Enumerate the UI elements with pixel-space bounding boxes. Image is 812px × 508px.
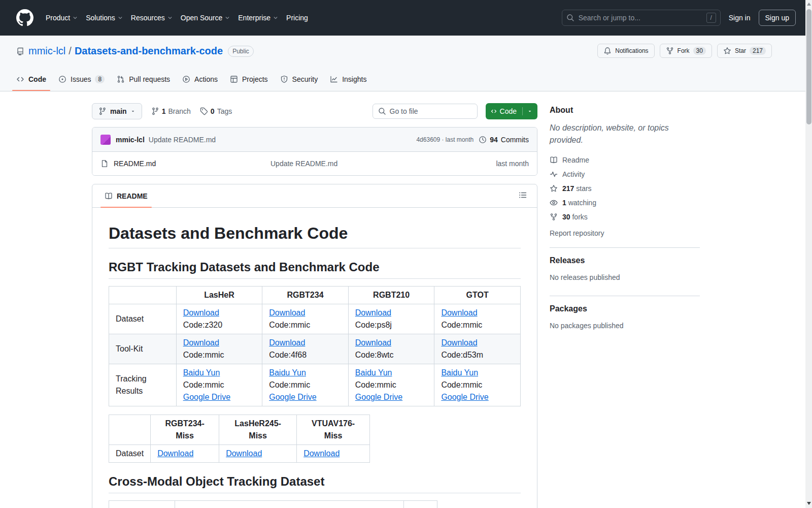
- about-item-stars[interactable]: 217 stars: [550, 183, 700, 194]
- tags-link[interactable]: 0 Tags: [200, 107, 232, 115]
- download-link[interactable]: Download: [269, 337, 342, 349]
- notifications-button[interactable]: Notifications: [597, 44, 654, 58]
- nav-item-solutions[interactable]: Solutions: [82, 10, 127, 26]
- about-item-text: 30 forks: [562, 213, 588, 221]
- table-cell: [404, 501, 437, 508]
- releases-section: Releases No releases published: [550, 247, 700, 296]
- branch-selector[interactable]: main: [92, 103, 142, 119]
- commit-author-avatar[interactable]: [100, 135, 111, 145]
- nav-item-label: Resources: [131, 14, 165, 22]
- download-link[interactable]: Download: [183, 307, 256, 319]
- tab-projects[interactable]: Projects: [226, 67, 272, 91]
- about-item-activity[interactable]: Activity: [550, 169, 700, 179]
- fork-button[interactable]: Fork30: [660, 44, 712, 58]
- download-link[interactable]: Download: [226, 448, 290, 460]
- book-icon: [105, 192, 113, 200]
- sign-in-link[interactable]: Sign in: [728, 12, 752, 24]
- tab-label: Issues: [71, 75, 91, 83]
- file-toolbar: main 1 Branch 0 Tags Go to file Code: [92, 103, 537, 119]
- google-drive-link[interactable]: Google Drive: [269, 391, 342, 403]
- outline-button[interactable]: [517, 189, 529, 203]
- download-link[interactable]: Download: [355, 307, 428, 319]
- file-commit-message-link[interactable]: Update README.md: [270, 160, 337, 168]
- table-header-row: RGBT234-MissLasHeR245-MissVTUAV176-Miss: [109, 415, 370, 445]
- about-item-readme[interactable]: Readme: [550, 154, 700, 165]
- tab-readme[interactable]: README: [100, 184, 152, 207]
- star-button[interactable]: Star217: [717, 44, 772, 58]
- tab-security[interactable]: Security: [276, 67, 322, 91]
- cell-text: Code:mmic: [183, 349, 256, 361]
- google-drive-link[interactable]: Google Drive: [355, 391, 428, 403]
- repo-owner-link[interactable]: mmic-lcl: [28, 45, 65, 57]
- nav-item-enterprise[interactable]: Enterprise: [234, 10, 282, 26]
- readme-box: README Datasets and Benchmark Code RGBT …: [92, 184, 537, 508]
- tab-issues[interactable]: Issues8: [54, 67, 109, 91]
- pulse-icon: [550, 170, 558, 178]
- cell-text: Code:mmic: [269, 319, 342, 331]
- table-header-cell: RGBT210: [348, 287, 434, 304]
- google-drive-link[interactable]: Google Drive: [183, 391, 256, 403]
- scrollbar-down-arrow[interactable]: [807, 502, 811, 505]
- github-logo-icon[interactable]: [16, 9, 35, 27]
- baidu-yun-link[interactable]: Baidu Yun: [355, 367, 428, 379]
- tab-code[interactable]: Code: [12, 67, 50, 91]
- sign-up-button[interactable]: Sign up: [759, 10, 796, 26]
- commit-history-link[interactable]: 94 Commits: [479, 136, 529, 144]
- file-commit-time: last month: [496, 160, 529, 168]
- table-header-cell: VTUAV176-Miss: [297, 415, 370, 445]
- baidu-yun-link[interactable]: Baidu Yun: [269, 367, 342, 379]
- commit-sha-time[interactable]: 4d63609 · last month: [416, 136, 473, 143]
- download-link[interactable]: Download: [355, 337, 428, 349]
- download-link[interactable]: Download: [441, 337, 514, 349]
- about-item-forks[interactable]: 30 forks: [550, 211, 700, 222]
- sidebar: About No description, website, or topics…: [550, 91, 700, 344]
- baidu-yun-link[interactable]: Baidu Yun: [183, 367, 256, 379]
- baidu-yun-link[interactable]: Baidu Yun: [441, 367, 514, 379]
- bell-icon: [603, 47, 612, 55]
- table-row: [109, 501, 437, 508]
- download-link[interactable]: Download: [269, 307, 342, 319]
- download-link[interactable]: Download: [303, 448, 363, 460]
- cell-text: Code:mmic: [183, 379, 256, 391]
- repo-name-link[interactable]: Datasets-and-benchmark-code: [75, 45, 223, 57]
- releases-empty-text: No releases published: [550, 273, 700, 281]
- row-label: Tracking Results: [109, 364, 177, 406]
- play-icon: [182, 75, 190, 83]
- tab-pull-requests[interactable]: Pull requests: [113, 67, 174, 91]
- nav-item-resources[interactable]: Resources: [127, 10, 177, 26]
- readme-title: Datasets and Benchmark Code: [109, 223, 521, 248]
- book-icon: [550, 156, 558, 164]
- download-link[interactable]: Download: [157, 448, 212, 460]
- cell-text: Code:z320: [183, 319, 256, 331]
- tab-actions[interactable]: Actions: [178, 67, 222, 91]
- nav-item-product[interactable]: Product: [42, 10, 82, 26]
- chevron-down-icon: [130, 109, 136, 114]
- scrollbar-up-arrow[interactable]: [807, 3, 811, 6]
- cell-text: Code:mmic: [355, 379, 428, 391]
- tags-count: 0: [211, 107, 215, 115]
- main-column: main 1 Branch 0 Tags Go to file Code: [92, 91, 537, 508]
- cell-text: Code:8wtc: [355, 349, 428, 361]
- search-input[interactable]: Search or jump to... /: [562, 10, 721, 26]
- commit-message-link[interactable]: Update README.md: [149, 136, 216, 144]
- commit-author-link[interactable]: mmic-lcl: [116, 136, 145, 144]
- go-to-file-input[interactable]: Go to file: [373, 104, 478, 119]
- repo-header: mmic-lcl / Datasets-and-benchmark-code P…: [0, 36, 812, 91]
- code-download-button[interactable]: Code: [486, 103, 537, 119]
- tab-insights[interactable]: Insights: [326, 67, 370, 91]
- nav-item-open-source[interactable]: Open Source: [177, 10, 234, 26]
- branches-link[interactable]: 1 Branch: [151, 107, 191, 115]
- download-link[interactable]: Download: [183, 337, 256, 349]
- nav-item-label: Enterprise: [238, 14, 270, 22]
- file-name-link[interactable]: README.md: [114, 160, 156, 168]
- download-link[interactable]: Download: [441, 307, 514, 319]
- report-repository-link[interactable]: Report repository: [550, 229, 700, 237]
- about-item-watching[interactable]: 1 watching: [550, 197, 700, 208]
- table-row: DatasetDownloadCode:z320DownloadCode:mmi…: [109, 304, 521, 334]
- google-drive-link[interactable]: Google Drive: [441, 391, 514, 403]
- fork-icon: [666, 47, 674, 55]
- nav-item-label: Open Source: [181, 14, 223, 22]
- scrollbar-thumb[interactable]: [806, 9, 811, 124]
- nav-item-pricing[interactable]: Pricing: [282, 10, 312, 26]
- eye-icon: [550, 199, 558, 207]
